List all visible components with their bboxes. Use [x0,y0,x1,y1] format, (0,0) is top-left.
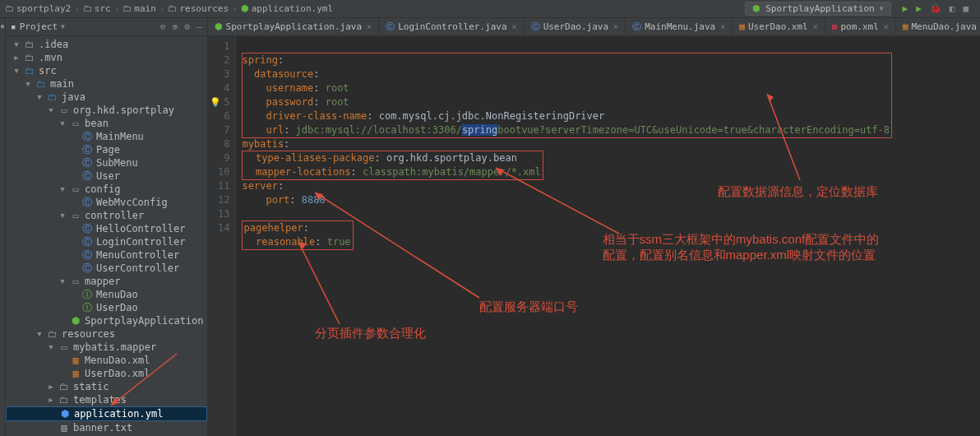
tree-item--idea[interactable]: ▼🗀.idea [6,38,207,51]
tab-logincontroller-java[interactable]: ⒸLoginController.java× [379,18,524,35]
line-number: 11 [211,179,230,193]
tree-item-menudao-xml[interactable]: ▦MenuDao.xml [6,354,207,367]
tree-item-mainmenu[interactable]: ⒸMainMenu [6,130,207,143]
tree-item-userdao[interactable]: ⒾUserDao [6,301,207,314]
tree-item-label: UserDao.xml [85,367,150,380]
tree-item-menucontroller[interactable]: ⒸMenuController [6,248,207,262]
run-configuration-selector[interactable]: ⬢ SportplayApplication ▼ [745,2,890,16]
tree-item-org-hkd-sportplay[interactable]: ▼▭org.hkd.sportplay [6,104,207,117]
tree-item-static[interactable]: ▶🗀static [6,380,207,393]
expand-icon[interactable]: ▶ [47,380,55,393]
tree-item-webmvcconfig[interactable]: ⒸWebMvcConfig [6,196,207,209]
gear-icon[interactable]: ⚙ [184,21,190,32]
debug-icon[interactable]: 🐞 [930,3,941,14]
tree-item-submenu[interactable]: ⒸSubMenu [6,156,207,169]
tree-item-main[interactable]: ▼🗀main [6,77,207,90]
tree-item-usercontroller[interactable]: ⒸUserController [6,262,207,275]
expand-icon[interactable]: ▼ [35,327,44,341]
close-icon[interactable]: × [884,22,889,31]
maven-icon: m [832,21,838,32]
run-icon[interactable]: ▶ [916,3,922,14]
close-icon[interactable]: × [367,22,372,31]
tree-item-mapper[interactable]: ▼▭mapper [6,275,207,288]
crumb-file[interactable]: ⬢application.yml [241,3,333,14]
tree-item-sportplayapplication[interactable]: ⬢SportplayApplication [6,314,207,327]
tree-item-hellocontroller[interactable]: ⒸHelloController [6,222,207,235]
expand-icon[interactable]: ▼ [24,77,32,90]
close-icon[interactable]: × [813,22,818,31]
tab-sportplayapplication-java[interactable]: ⬢SportplayApplication.java× [208,18,380,35]
chevron-down-icon[interactable]: ▼ [61,23,65,30]
project-tool-button[interactable]: ▪ [0,21,5,30]
project-tool-window: ▪ Project ▼ ⊖ ⊕ ⚙ — ▼🗀.idea▶🗀.mvn▼🗀src▼🗀… [6,18,208,436]
tree-item-templates[interactable]: ▶🗀templates [6,393,207,406]
project-panel-title: Project [20,21,58,32]
stop-icon[interactable]: ■ [963,3,968,14]
crumb-resources[interactable]: 🗀resources [168,3,229,14]
hide-icon[interactable]: — [196,21,202,32]
expand-icon[interactable]: ▼ [58,117,67,130]
expand-icon[interactable]: ▼ [35,90,44,104]
line-number: 14 [211,221,230,235]
java-icon: Ⓒ [386,21,395,33]
close-icon[interactable]: × [613,22,618,31]
tree-item-label: UserController [96,262,179,275]
tree-item-label: MenuDao.xml [85,354,150,367]
tree-item-controller[interactable]: ▼▭controller [6,209,207,222]
tree-item-userdao-xml[interactable]: ▦UserDao.xml [6,367,207,380]
tree-item-java[interactable]: ▼🗀java [6,90,207,104]
crumb-src[interactable]: 🗀src [83,3,111,14]
line-number: 4 [211,81,230,95]
folder-icon: 🗀 [168,3,177,14]
tree-item--mvn[interactable]: ▶🗀.mvn [6,51,207,64]
expand-icon[interactable]: ▶ [47,393,55,406]
tree-item-menudao[interactable]: ⒾMenuDao [6,288,207,301]
tree-item-src[interactable]: ▼🗀src [6,64,207,77]
tree-item-bean[interactable]: ▼▭bean [6,117,207,130]
tree-item-user[interactable]: ⒸUser [6,169,207,183]
tree-item-resources[interactable]: ▼🗀resources [6,327,207,341]
tree-item-label: SportplayApplication [85,314,204,327]
expand-icon[interactable]: ▼ [47,104,55,117]
tree-item-label: org.hkd.sportplay [73,104,174,117]
tree-item-application-yml[interactable]: ⬢application.yml [6,406,207,421]
tab-menudao-java[interactable]: ▦MenuDao.java× [896,18,980,35]
tree-item-label: banner.txt [73,421,132,434]
editor-tabs: ⬢SportplayApplication.java×ⒸLoginControl… [208,18,980,36]
folder-icon: 🗀 [122,3,132,14]
tab-mainmenu-java[interactable]: ⒸMainMenu.java× [626,18,733,35]
tab-userdao-java[interactable]: ⒸUserDao.java× [525,18,626,35]
chevron-right-icon: › [74,3,80,14]
tree-item-label: mybatis.mapper [73,341,156,354]
expand-icon[interactable]: ▼ [12,64,21,77]
coverage-icon[interactable]: ◧ [950,3,955,14]
code-area[interactable]: spring: datasource: username: root passw… [236,36,980,436]
expand-icon[interactable]: ▼ [58,183,67,196]
tree-item-label: templates [73,393,127,406]
tree-item-mybatis-mapper[interactable]: ▼▭mybatis.mapper [6,341,207,354]
crumb-main[interactable]: 🗀main [122,3,156,14]
expand-icon[interactable]: ▼ [58,209,67,222]
collapse-icon[interactable]: ⊖ [160,21,166,32]
expand-icon[interactable]: ▼ [58,275,67,288]
target-icon[interactable]: ⊕ [173,21,178,32]
crumb-root[interactable]: 🗀sportplay2 [5,3,71,14]
expand-icon[interactable]: ▼ [47,341,55,354]
run-config-label: SportplayApplication [765,3,874,14]
hammer-icon[interactable]: ▶ [903,3,908,14]
expand-icon[interactable]: ▶ [12,51,21,64]
folder-icon: 🗀 [5,3,14,14]
bulb-icon[interactable]: 💡 [210,95,221,109]
tree-item-logincontroller[interactable]: ⒸLoginController [6,235,207,248]
tab-pom-xml[interactable]: mpom.xml× [825,18,896,35]
tree-item-banner-txt[interactable]: ▤banner.txt [6,421,207,434]
tree-item-page[interactable]: ⒸPage [6,143,207,156]
close-icon[interactable]: × [512,22,517,31]
tree-item-config[interactable]: ▼▭config [6,183,207,196]
expand-icon[interactable]: ▼ [12,38,21,51]
tab-userdao-xml[interactable]: ▦UserDao.xml× [733,18,825,35]
close-icon[interactable]: × [720,22,725,31]
yml-icon: ⬢ [241,3,249,14]
project-tree[interactable]: ▼🗀.idea▶🗀.mvn▼🗀src▼🗀main▼🗀java▼▭org.hkd.… [6,36,207,436]
folder-icon: 🗀 [83,3,92,14]
